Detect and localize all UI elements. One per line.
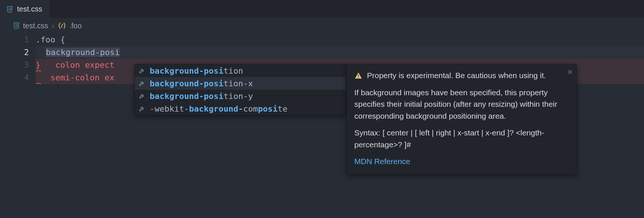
suggestion-item[interactable]: background-position-x [135,77,346,90]
breadcrumb: test.css › .foo [0,18,644,33]
suggestion-label: -webkit-background-composite [150,104,287,113]
css3-icon [6,6,13,13]
doc-description: If background images have been specified… [354,87,569,122]
syntax-value: [ center | [ left | right | x-start | x-… [354,128,544,149]
error-squiggle-icon [36,83,41,84]
brace-open: { [55,35,65,44]
warning-text: Property is experimental. Be cautious wh… [367,70,546,81]
breadcrumb-file[interactable]: test.css [13,22,48,30]
syntax-label: Syntax: [354,128,383,137]
svg-rect-1 [358,77,359,78]
chevron-right-icon: › [52,22,55,30]
css-selector: .foo [36,35,55,44]
code-line[interactable]: .foo { [36,33,644,46]
wrench-icon [139,93,146,99]
css3-icon [13,22,20,29]
code-line[interactable]: background-posi [36,46,644,59]
suggestion-label: background-position-y [150,92,253,101]
error-hint: semi-colon ex [51,73,114,82]
breadcrumb-symbol[interactable]: .foo [58,22,81,30]
close-icon[interactable]: ✕ [567,67,573,77]
tab-test-css[interactable]: test.css [0,0,50,18]
error-hint: colon expect [55,60,114,70]
doc-syntax: Syntax: [ center | [ left | right | x-st… [354,127,569,150]
warning-row: Property is experimental. Be cautious wh… [354,70,569,81]
suggestion-item[interactable]: background-position [135,64,346,77]
warning-icon [354,71,362,80]
tab-filename: test.css [17,5,42,13]
suggestion-label: background-position [150,66,243,76]
autocomplete-popup: background-position background-position-… [134,64,346,115]
wrench-icon [139,80,146,87]
suggestion-item[interactable]: background-position-y [135,90,346,102]
brace-close: } [36,60,40,70]
line-number: 3 [0,59,29,71]
indent [36,73,51,82]
css-class-icon [58,22,66,30]
mdn-reference-link[interactable]: MDN Reference [354,156,569,167]
suggestion-item[interactable]: -webkit-background-composite [135,102,346,115]
suggestion-label: background-position-x [150,79,253,88]
line-number: 2 [0,46,29,59]
wrench-icon [139,105,146,112]
indent [36,48,46,57]
breadcrumb-file-label: test.css [23,22,48,30]
breadcrumb-symbol-label: .foo [69,22,81,30]
documentation-popup: ✕ Property is experimental. Be cautious … [347,64,577,174]
wrench-icon [139,67,146,74]
svg-rect-0 [358,74,359,77]
line-number: 4 [0,71,29,84]
indent [40,60,55,70]
line-number: 1 [0,33,29,46]
tab-bar: test.css [0,0,644,18]
typed-text: background-posi [46,48,120,57]
line-number-gutter: 1 2 3 4 [0,33,36,84]
